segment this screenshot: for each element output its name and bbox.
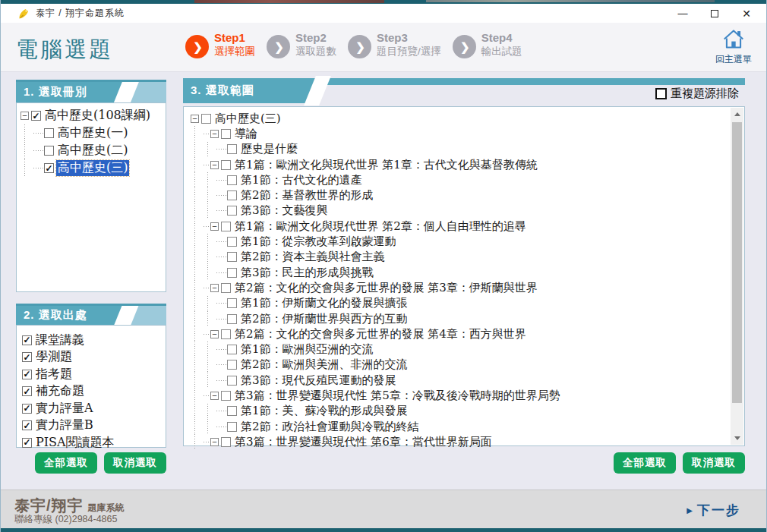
tree-guide-line — [204, 373, 216, 388]
app-window: 泰宇 / 翔宇命題系統 — ✕ 電腦選題 ❯Step1選擇範圍❯Step2選取題… — [0, 0, 767, 532]
checkbox[interactable] — [44, 128, 54, 138]
expand-toggle[interactable]: − — [210, 130, 219, 138]
next-step-button[interactable]: ▶ 下一步 — [687, 502, 740, 519]
tree-item-label[interactable]: 第3節：民主的形成與挑戰 — [239, 266, 375, 280]
checkbox[interactable] — [221, 160, 231, 170]
tree-item-label[interactable]: 第1節：伊斯蘭文化的發展與擴張 — [239, 296, 409, 310]
tree-item-label[interactable]: 第1節：古代文化的遺產 — [239, 173, 364, 187]
scroll-thumb[interactable] — [732, 122, 742, 403]
select-all-button-right[interactable]: 全部選取 — [614, 452, 676, 474]
source-option-label[interactable]: 補充命題 — [34, 383, 86, 399]
select-all-button-left[interactable]: 全部選取 — [35, 452, 97, 474]
checkbox[interactable] — [227, 298, 237, 308]
tree-item-label[interactable]: 第2篇：文化的交會與多元世界的發展 第3章：伊斯蘭與世界 — [233, 281, 539, 295]
tree-connector — [33, 150, 44, 151]
checkbox[interactable] — [221, 222, 231, 231]
tree-item-label[interactable]: 第2篇：文化的交會與多元世界的發展 第4章：西方與世界 — [233, 327, 528, 342]
source-option-label[interactable]: 學測題 — [34, 349, 74, 365]
dedupe-checkbox-group[interactable]: 重複題源排除 — [655, 87, 739, 101]
deselect-button-left[interactable]: 取消選取 — [104, 452, 166, 474]
checkbox[interactable] — [22, 352, 32, 362]
checkbox[interactable] — [221, 129, 231, 139]
tree-item-label[interactable]: 第1節：從宗教改革到啟蒙運動 — [239, 235, 398, 249]
checkbox[interactable] — [44, 163, 54, 173]
expand-toggle[interactable]: − — [210, 284, 219, 292]
tree-item-label[interactable]: 第2節：歐洲與美洲、非洲的交流 — [239, 357, 409, 372]
tree-item-label[interactable]: 第2節：伊斯蘭世界與西方的互動 — [239, 312, 409, 326]
checkbox[interactable] — [227, 360, 237, 370]
tree-item-label[interactable]: 導論 — [233, 127, 259, 141]
tree-item-label[interactable]: 高中歷史(三) — [56, 160, 129, 176]
tree-item-label[interactable]: 第2節：基督教世界的形成 — [239, 188, 375, 203]
checkbox[interactable] — [22, 370, 32, 379]
step-2-label: 選取題數 — [295, 46, 336, 58]
checkbox[interactable] — [227, 190, 237, 200]
tree-item-label[interactable]: 高中歷史(三) — [213, 112, 282, 126]
checkbox[interactable] — [227, 268, 237, 278]
checkbox[interactable] — [221, 437, 231, 447]
checkbox[interactable] — [227, 237, 237, 247]
tree-item-label[interactable]: 高中歷史(108課綱) — [43, 108, 152, 124]
tree-item-label[interactable]: 第1節：歐洲與亞洲的交流 — [239, 342, 375, 357]
dedupe-checkbox[interactable] — [655, 88, 667, 99]
checkbox[interactable] — [227, 406, 237, 416]
checkbox[interactable] — [22, 420, 32, 430]
checkbox[interactable] — [227, 376, 237, 386]
source-option-label[interactable]: 實力評量B — [34, 417, 95, 433]
tree-item-label[interactable]: 第2節：資本主義與社會主義 — [239, 250, 387, 264]
checkbox[interactable] — [22, 404, 32, 414]
tree-item-label[interactable]: 第3篇：世界變遷與現代性 第6章：當代世界新局面 — [233, 435, 494, 449]
tree-item-label[interactable]: 第1篇：歐洲文化與現代世界 第2章：個人自由理性的追尋 — [233, 219, 528, 234]
source-option-label[interactable]: 課堂講義 — [34, 332, 86, 348]
expand-toggle[interactable]: − — [210, 222, 219, 231]
scrollbar[interactable] — [731, 108, 743, 445]
tree-connector — [204, 165, 210, 165]
tree-connector — [216, 411, 227, 411]
checkbox[interactable] — [31, 111, 41, 121]
checkbox[interactable] — [227, 345, 237, 354]
checkbox[interactable] — [22, 386, 32, 396]
tree-item: −高中歷史(108課綱) — [21, 107, 164, 124]
tree-item-label[interactable]: 高中歷史(二) — [56, 143, 129, 159]
source-option-label[interactable]: 指考題 — [34, 367, 74, 382]
maximize-button[interactable] — [709, 8, 721, 20]
checkbox[interactable] — [22, 335, 32, 345]
expand-toggle[interactable]: − — [210, 330, 219, 338]
tree-item-label[interactable]: 第3節：現代反殖民運動的發展 — [239, 373, 398, 388]
tree-item-label[interactable]: 第3篇：世界變遷與現代性 第5章：冷戰及後冷戰時期的世界局勢 — [233, 389, 562, 403]
checkbox[interactable] — [227, 422, 237, 432]
checkbox[interactable] — [221, 391, 231, 401]
tree-item-label[interactable]: 第1節：美、蘇冷戰的形成與發展 — [239, 404, 409, 418]
checkbox[interactable] — [227, 175, 237, 185]
checkbox[interactable] — [227, 314, 237, 324]
checkbox[interactable] — [221, 283, 231, 293]
tree-item-label[interactable]: 高中歷史(一) — [56, 125, 129, 141]
tree-item-label[interactable]: 第3節：文藝復興 — [239, 203, 330, 218]
minimize-button[interactable]: — — [677, 8, 689, 20]
source-option-label[interactable]: PISA閱讀題本 — [34, 435, 116, 451]
range-tree: −高中歷史(三)−導論歷史是什麼−第1篇：歐洲文化與現代世界 第1章：古代文化與… — [184, 107, 744, 450]
close-button[interactable]: ✕ — [740, 8, 753, 20]
source-option-label[interactable]: 實力評量A — [34, 401, 95, 417]
checkbox[interactable] — [201, 114, 211, 124]
checkbox[interactable] — [227, 252, 237, 262]
home-button[interactable]: 回主選單 — [711, 29, 756, 66]
step-1-label: 選擇範圍 — [214, 46, 255, 58]
expand-toggle[interactable]: − — [210, 392, 219, 400]
checkbox[interactable] — [227, 144, 237, 154]
checkbox[interactable] — [221, 329, 231, 339]
deselect-button-right[interactable]: 取消選取 — [683, 452, 745, 474]
expand-toggle[interactable]: − — [191, 115, 199, 123]
expand-toggle[interactable]: − — [21, 112, 29, 120]
tree-item-label[interactable]: 第1篇：歐洲文化與現代世界 第1章：古代文化與基督教傳統 — [233, 158, 539, 172]
expand-toggle[interactable]: − — [210, 438, 219, 446]
checkbox[interactable] — [22, 438, 32, 448]
expand-toggle[interactable]: − — [210, 161, 219, 169]
tree-item-label[interactable]: 歷史是什麼 — [239, 142, 299, 156]
checkbox[interactable] — [227, 206, 237, 216]
tree-item-label[interactable]: 第2節：政治社會運動與冷戰的終結 — [239, 420, 421, 434]
scroll-down-button[interactable] — [731, 432, 743, 445]
background-window-sliver — [194, 0, 384, 3]
checkbox[interactable] — [44, 146, 54, 156]
scroll-up-button[interactable] — [731, 108, 743, 121]
